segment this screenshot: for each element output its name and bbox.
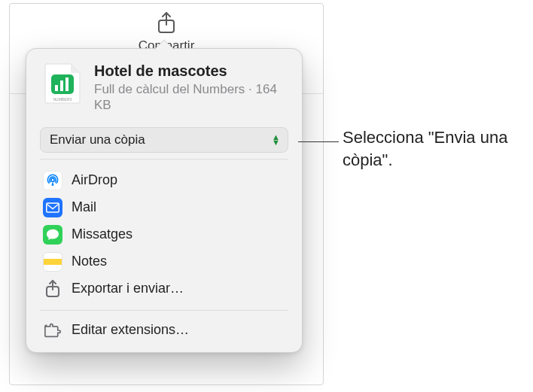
svg-rect-2: [55, 85, 58, 91]
share-options-list: AirDrop Mail Missatges Notes: [38, 166, 290, 304]
divider: [40, 310, 288, 311]
export-icon: [43, 279, 62, 299]
share-option-label: Missatges: [72, 226, 132, 242]
share-option-label: Exportar i enviar…: [72, 281, 184, 296]
extension-icon: [43, 321, 62, 340]
airdrop-icon: [43, 171, 62, 190]
mail-icon: [43, 198, 62, 217]
chevron-up-down-icon: ▲▼: [272, 135, 280, 145]
share-option-label: AirDrop: [72, 172, 117, 188]
share-option-label: Mail: [72, 199, 96, 215]
share-mode-select[interactable]: Enviar una còpia ▲▼: [40, 127, 288, 153]
callout-leader-line: [298, 141, 339, 142]
edit-extensions[interactable]: Editar extensions…: [38, 317, 290, 342]
share-option-label: Notes: [72, 254, 107, 269]
svg-rect-3: [60, 81, 63, 91]
numbers-document-icon: NUMBERS: [41, 62, 84, 105]
svg-rect-6: [47, 203, 59, 212]
file-meta: Hotel de mascotes Full de càlcul del Num…: [94, 62, 287, 114]
share-option-mail[interactable]: Mail: [38, 194, 290, 221]
svg-rect-4: [65, 77, 69, 91]
share-mode-selected-label: Enviar una còpia: [50, 132, 145, 147]
share-icon[interactable]: [156, 11, 177, 35]
share-option-messages[interactable]: Missatges: [38, 221, 290, 248]
divider: [40, 159, 288, 160]
share-option-notes[interactable]: Notes: [38, 248, 290, 275]
callout-text: Selecciona "Envia una còpia".: [343, 126, 519, 171]
notes-icon: [43, 252, 62, 272]
messages-icon: [43, 225, 62, 245]
share-popover: NUMBERS Hotel de mascotes Full de càlcul…: [26, 48, 303, 353]
svg-point-5: [51, 178, 54, 181]
file-header: NUMBERS Hotel de mascotes Full de càlcul…: [38, 62, 290, 123]
share-option-airdrop[interactable]: AirDrop: [38, 167, 290, 194]
file-title: Hotel de mascotes: [94, 62, 287, 80]
share-option-export[interactable]: Exportar i enviar…: [38, 275, 290, 302]
file-icon-label: NUMBERS: [53, 97, 72, 102]
edit-extensions-label: Editar extensions…: [72, 322, 189, 338]
file-subtitle: Full de càlcul del Numbers · 164 KB: [94, 81, 287, 114]
